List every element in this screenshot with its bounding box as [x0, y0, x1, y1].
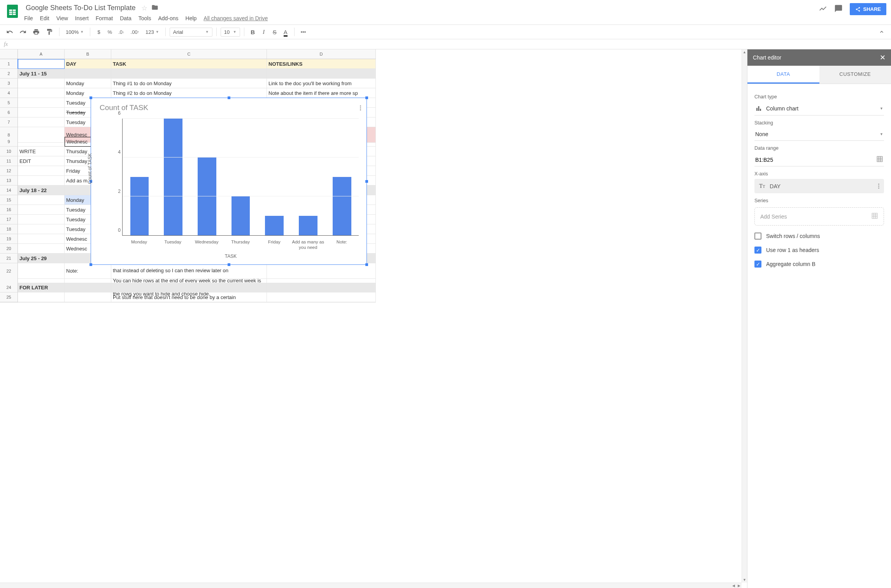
print-button[interactable] [30, 27, 42, 37]
chart-bar[interactable] [164, 119, 182, 235]
menu-help[interactable]: Help [186, 15, 197, 21]
number-format-dropdown[interactable]: 123▼ [143, 28, 161, 36]
chart-bar[interactable] [198, 158, 216, 235]
aggregate-checkbox[interactable]: ✓Aggregate column B [754, 261, 884, 268]
cell[interactable] [18, 166, 65, 176]
cell[interactable] [18, 117, 65, 127]
menu-format[interactable]: Format [96, 15, 113, 21]
cell[interactable]: July 18 - 22 [18, 186, 65, 195]
row-header[interactable]: 12 [0, 166, 18, 176]
chart-object[interactable]: Count of TASK Count of TASK 0246 MondayT… [91, 98, 367, 265]
cell[interactable]: Link to the doc you'll be working from [267, 79, 376, 88]
row-header[interactable]: 9 [0, 137, 18, 147]
horizontal-scrollbar[interactable]: ◀▶ [0, 583, 742, 588]
close-icon[interactable]: ✕ [880, 53, 886, 62]
row-header[interactable]: 5 [0, 98, 18, 108]
cell[interactable] [267, 292, 376, 302]
cell[interactable]: EDIT [18, 156, 65, 166]
decrease-decimal-button[interactable]: .0↓ [116, 28, 126, 37]
cell[interactable] [267, 283, 376, 292]
chart-type-select[interactable]: Column chart ▼ [754, 102, 884, 116]
percent-button[interactable]: % [105, 28, 114, 37]
currency-button[interactable]: $ [94, 28, 103, 37]
cell[interactable]: Put stuff here that doesn't need to be d… [111, 292, 267, 302]
row-header[interactable]: 20 [0, 244, 18, 254]
font-size-dropdown[interactable]: 10▼ [221, 28, 240, 37]
menu-edit[interactable]: Edit [40, 15, 49, 21]
cell[interactable] [18, 137, 65, 147]
cell[interactable]: TASK [111, 59, 267, 69]
row-header[interactable]: 4 [0, 88, 18, 98]
stacking-select[interactable]: None▼ [754, 128, 884, 141]
row-header[interactable]: 13 [0, 176, 18, 186]
cell[interactable]: DAY [65, 59, 111, 69]
chart-bar[interactable] [232, 196, 250, 235]
strikethrough-button[interactable]: S [270, 27, 279, 37]
redo-button[interactable] [17, 27, 29, 37]
menu-file[interactable]: File [24, 15, 33, 21]
column-header[interactable]: B [65, 49, 111, 59]
row-header[interactable]: 17 [0, 215, 18, 224]
vertical-scrollbar[interactable]: ▲▼ [742, 49, 747, 583]
formula-bar[interactable]: fx [0, 39, 891, 49]
sheets-logo[interactable] [5, 3, 20, 19]
cell[interactable]: Monday [65, 79, 111, 88]
cell[interactable]: Thing #1 to do on Monday [111, 79, 267, 88]
comments-icon[interactable] [834, 4, 843, 14]
document-title[interactable]: Google Sheets To-Do List Template [24, 3, 137, 13]
cell[interactable]: Thing #2 to do on Monday [111, 88, 267, 98]
share-button[interactable]: SHARE [850, 3, 886, 15]
row-header[interactable]: 7 [0, 117, 18, 127]
menu-tools[interactable]: Tools [139, 15, 151, 21]
row-header[interactable]: 16 [0, 205, 18, 215]
cell[interactable]: Monday [65, 88, 111, 98]
zoom-dropdown[interactable]: 100%▼ [63, 28, 86, 36]
tab-data[interactable]: DATA [747, 66, 819, 84]
explore-icon[interactable] [819, 4, 827, 14]
data-range-input[interactable] [755, 157, 876, 163]
cell[interactable] [18, 59, 65, 69]
tab-customize[interactable]: CUSTOMIZE [819, 66, 891, 84]
cell[interactable] [18, 234, 65, 244]
cell[interactable] [18, 79, 65, 88]
menu-data[interactable]: Data [120, 15, 132, 21]
menu-view[interactable]: View [56, 15, 68, 21]
cell[interactable]: July 25 - 29 [18, 254, 65, 263]
cell[interactable] [18, 98, 65, 108]
row-header[interactable]: 11 [0, 156, 18, 166]
row-header[interactable]: 1 [0, 59, 18, 69]
chart-bar[interactable] [130, 177, 149, 235]
use-row1-checkbox[interactable]: ✓Use row 1 as headers [754, 247, 884, 254]
row-header[interactable]: 18 [0, 224, 18, 234]
folder-icon[interactable] [151, 4, 158, 12]
cell[interactable]: WRITE [18, 147, 65, 156]
chart-bar[interactable] [333, 177, 351, 235]
cell[interactable]: July 11 - 15 [18, 69, 65, 79]
cell[interactable] [18, 292, 65, 302]
switch-rows-checkbox[interactable]: Switch rows / columns [754, 233, 884, 240]
row-header[interactable]: 25 [0, 292, 18, 302]
cell[interactable]: NOTES/LINKS [267, 59, 376, 69]
cell[interactable] [18, 215, 65, 224]
menu-insert[interactable]: Insert [75, 15, 89, 21]
cell[interactable] [111, 69, 267, 79]
more-button[interactable]: ••• [298, 28, 309, 37]
row-header[interactable]: 14 [0, 186, 18, 195]
cell[interactable]: Note about the item if there are more sp [267, 88, 376, 98]
font-dropdown[interactable]: Arial▼ [170, 28, 212, 37]
star-icon[interactable]: ☆ [141, 4, 147, 12]
cell[interactable] [18, 205, 65, 215]
chart-menu-icon[interactable] [360, 102, 361, 110]
undo-button[interactable] [4, 27, 16, 37]
row-header[interactable]: 21 [0, 254, 18, 263]
row-header[interactable]: 6 [0, 108, 18, 117]
add-series-button[interactable]: Add Series [754, 207, 884, 226]
cell[interactable] [65, 292, 111, 302]
paint-format-button[interactable] [44, 27, 55, 37]
row-header[interactable]: 24 [0, 283, 18, 292]
chart-bar[interactable] [265, 216, 284, 235]
cell[interactable] [18, 224, 65, 234]
xaxis-field[interactable]: TTDAY [754, 179, 884, 193]
cell[interactable] [18, 244, 65, 254]
cell[interactable] [18, 108, 65, 117]
